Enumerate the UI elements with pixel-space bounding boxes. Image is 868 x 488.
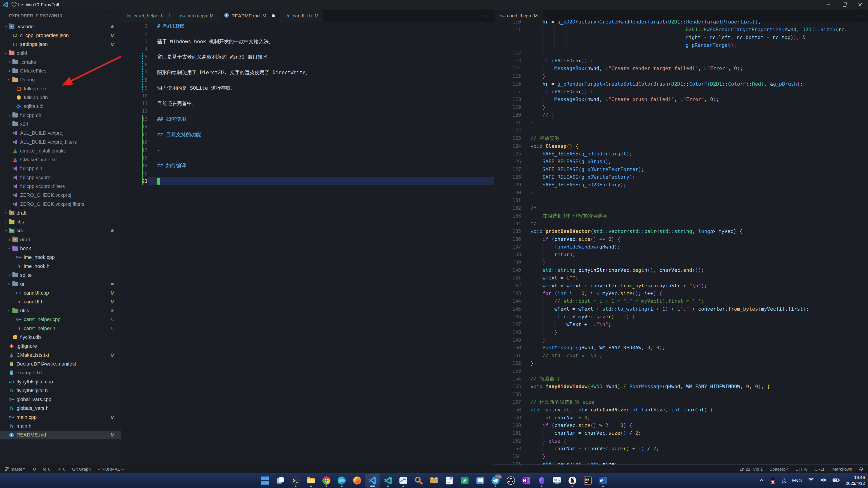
tray-volume-icon[interactable] bbox=[820, 477, 827, 484]
taskbar-notes-app[interactable] bbox=[457, 474, 472, 488]
tree-item-flypytblsqlite.cpp[interactable]: C++flypytblsqlite.cpp bbox=[0, 377, 121, 386]
status-notifications-bell[interactable] bbox=[859, 466, 864, 472]
tree-chevron-icon[interactable]: › bbox=[6, 281, 12, 287]
tab-caret_helper.h[interactable]: hcaret_helper.hU bbox=[121, 9, 175, 22]
tree-item-.vscode[interactable]: ›✕.vscode bbox=[0, 22, 121, 31]
status-vim-mode[interactable]: -- NORMAL -- bbox=[97, 467, 124, 472]
tray-ime-indicator[interactable]: 英 bbox=[782, 478, 786, 484]
tree-item-fullcpp.sln[interactable]: fullcpp.sln bbox=[0, 164, 121, 173]
tree-item-draft[interactable]: ›✎draft bbox=[0, 235, 121, 244]
start-button[interactable] bbox=[257, 474, 273, 488]
tree-item-README.md[interactable]: README.mdM bbox=[0, 431, 121, 440]
tree-item-fullcpp.pdb[interactable]: fullcpp.pdb bbox=[0, 93, 121, 102]
tree-chevron-icon[interactable]: › bbox=[3, 219, 8, 225]
tree-item-CMakeCache.txt[interactable]: CMakeCache.txt bbox=[0, 155, 121, 164]
tree-item-c_cpp_properties.json[interactable]: {..}c_cpp_properties.jsonM bbox=[0, 31, 121, 40]
status-error-count[interactable]: ⊗0 bbox=[43, 466, 51, 472]
taskbar-screentogif[interactable]: S>G bbox=[549, 474, 565, 488]
taskbar-firefox[interactable] bbox=[349, 474, 365, 488]
tab-candUI.h[interactable]: hcandUI.hM bbox=[280, 9, 324, 22]
status-indentation[interactable]: Spaces: 4 bbox=[770, 467, 789, 472]
tree-item-main.cpp[interactable]: C++main.cppM bbox=[0, 413, 121, 422]
tray-qq-icon[interactable] bbox=[770, 477, 776, 485]
tree-chevron-icon[interactable]: › bbox=[6, 77, 12, 83]
tree-item-caret_helper.h[interactable]: hcaret_helper.hU bbox=[0, 324, 121, 333]
status-eol-sequence[interactable]: CRLF bbox=[814, 467, 826, 472]
tree-chevron-icon[interactable]: › bbox=[6, 246, 12, 251]
taskbar-dictionary[interactable] bbox=[426, 474, 442, 488]
tree-item-CMakeLists.txt[interactable]: CMakeLists.txtM bbox=[0, 351, 121, 359]
tree-chevron-icon[interactable]: › bbox=[7, 59, 12, 65]
status-cursor-position[interactable]: Ln 21, Col 1 bbox=[740, 467, 763, 472]
tree-item-build[interactable]: ›build bbox=[0, 49, 121, 58]
tree-chevron-icon[interactable]: › bbox=[7, 272, 12, 278]
tree-item-candUI.cpp[interactable]: C++candUI.cppM bbox=[0, 289, 121, 297]
tree-chevron-icon[interactable]: › bbox=[3, 210, 8, 216]
markdown-editor[interactable]: 1# FullIME23基于 Windows hook 机制开发的一款中文输入法… bbox=[121, 22, 494, 185]
tree-item-fullcpp.exe[interactable]: fullcpp.exe bbox=[0, 84, 121, 93]
tree-item-utils[interactable]: ›+utils bbox=[0, 306, 121, 315]
tray-chevron-up-icon[interactable] bbox=[759, 479, 764, 483]
taskbar-telegram[interactable]: 97 bbox=[488, 474, 503, 488]
tree-item-settings.json[interactable]: {..}settings.jsonM bbox=[0, 40, 121, 49]
taskbar-file-explorer[interactable] bbox=[303, 474, 319, 488]
restore-button[interactable] bbox=[836, 0, 852, 9]
tree-item-flyciku.db[interactable]: flyciku.db bbox=[0, 333, 121, 341]
taskbar-onenote[interactable] bbox=[519, 474, 534, 488]
close-button[interactable] bbox=[852, 0, 868, 9]
taskbar-edge[interactable] bbox=[334, 474, 349, 488]
tree-item-ALL_BUILD.vcxproj.filters[interactable]: ALL_BUILD.vcxproj.filters bbox=[0, 138, 121, 147]
taskbar-vscode[interactable] bbox=[365, 474, 380, 488]
taskbar-visual-studio[interactable] bbox=[380, 474, 396, 488]
tree-chevron-icon[interactable]: › bbox=[7, 121, 12, 127]
tree-item-main.h[interactable]: hmain.h bbox=[0, 422, 121, 430]
tree-item-sqlite[interactable]: ›sqlite bbox=[0, 271, 121, 280]
tree-chevron-icon[interactable]: › bbox=[7, 112, 12, 119]
tree-item-flypytblsqlite.h[interactable]: hflypytblsqlite.h bbox=[0, 386, 121, 395]
tree-chevron-icon[interactable]: › bbox=[3, 228, 9, 233]
minimize-button[interactable] bbox=[820, 0, 836, 9]
tree-chevron-icon[interactable]: › bbox=[3, 51, 9, 56]
status-language-mode[interactable]: Markdown bbox=[832, 467, 852, 472]
cpp-editor[interactable]: 110hr = g_pD2DFactory→CreateHwndRenderTa… bbox=[494, 18, 868, 465]
tree-item-Debug[interactable]: ›Debug bbox=[0, 75, 121, 84]
tree-item-fullcpp.vcxproj.filters[interactable]: fullcpp.vcxproj.filters bbox=[0, 182, 121, 191]
taskbar-datagrip[interactable]: DG bbox=[580, 474, 595, 488]
tree-item-candUI.h[interactable]: hcandUI.hM bbox=[0, 297, 121, 306]
tree-item-ui[interactable]: ›ui bbox=[0, 280, 121, 289]
tree-item-sqlite3.dll[interactable]: sqlite3.dll bbox=[0, 102, 121, 111]
taskbar-obsidian[interactable] bbox=[534, 474, 549, 488]
explorer-more-actions-icon[interactable]: ⋯ bbox=[108, 12, 115, 20]
tree-item-caret_helper.cpp[interactable]: C++caret_helper.cppU bbox=[0, 315, 121, 324]
tree-item-example.txt[interactable]: example.txt bbox=[0, 368, 121, 377]
taskbar-reading-app[interactable] bbox=[472, 474, 488, 488]
tree-item-DeclareDPIAware.manifest[interactable]: DeclareDPIAware.manifest bbox=[0, 359, 121, 368]
tree-item-fullcpp.dir[interactable]: ›fullcpp.dir bbox=[0, 111, 121, 120]
tree-item-globals_vars.h[interactable]: hglobals_vars.h bbox=[0, 404, 121, 413]
taskbar-search-tool[interactable] bbox=[411, 474, 426, 488]
status-sync-changes[interactable]: ⟲ bbox=[32, 466, 36, 472]
tree-item-CMakeFiles[interactable]: ›CMakeFiles bbox=[0, 66, 121, 75]
tree-item-fullcpp.vcxproj[interactable]: fullcpp.vcxproj bbox=[0, 173, 121, 182]
tray-battery-icon[interactable] bbox=[833, 478, 840, 483]
tree-item-libs[interactable]: ›libs bbox=[0, 218, 121, 226]
task-view-button[interactable] bbox=[273, 474, 288, 488]
tree-chevron-icon[interactable]: › bbox=[7, 68, 12, 74]
tree-item-src[interactable]: ›</>src bbox=[0, 226, 121, 235]
tree-item-ALL_BUILD.vcxproj[interactable]: ALL_BUILD.vcxproj bbox=[0, 129, 121, 138]
taskbar-reader[interactable] bbox=[442, 474, 457, 488]
status-encoding[interactable]: UTF-8 bbox=[796, 467, 808, 472]
tree-chevron-icon[interactable]: › bbox=[7, 237, 12, 242]
tree-chevron-icon[interactable]: › bbox=[6, 308, 12, 313]
tree-item-ZERO_CHECK.vcxproj[interactable]: ZERO_CHECK.vcxproj bbox=[0, 191, 121, 200]
tab-more-actions[interactable]: ⋯ bbox=[483, 9, 489, 22]
tree-chevron-icon[interactable]: › bbox=[3, 24, 9, 29]
tray-language-indicator[interactable]: ENG bbox=[792, 478, 802, 483]
tree-item-global_vars.cpp[interactable]: C++global_vars.cpp bbox=[0, 395, 121, 404]
taskbar-chrome[interactable] bbox=[319, 474, 334, 488]
status-git-branch[interactable]: master* bbox=[4, 466, 25, 473]
tree-item-ZERO_CHECK.vcxproj.filters[interactable]: ZERO_CHECK.vcxproj.filters bbox=[0, 200, 121, 208]
taskbar-terminal[interactable] bbox=[288, 474, 303, 488]
more-actions-icon[interactable]: ⋯ bbox=[483, 12, 489, 20]
taskbar-bee-app[interactable] bbox=[565, 474, 580, 488]
